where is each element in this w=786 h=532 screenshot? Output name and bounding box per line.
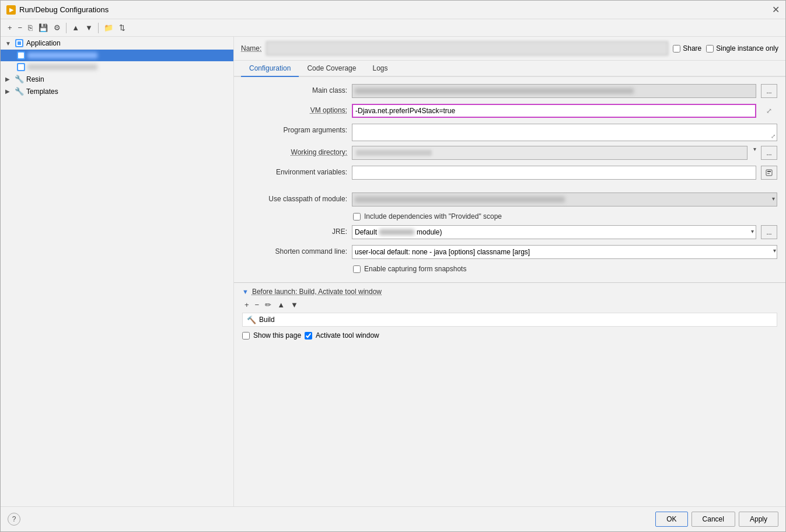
config-panel: Main class: ... VM options: ⤢ Program ar…	[234, 77, 785, 280]
jre-default-text: Default	[355, 228, 377, 236]
shorten-cmd-label: Shorten command line:	[242, 245, 347, 256]
help-button[interactable]: ?	[8, 513, 20, 526]
enable-snapshots-checkbox[interactable]	[353, 265, 361, 273]
classpath-select-wrapper: ▾	[352, 192, 777, 206]
tree-item-application[interactable]: ▼ Application	[1, 37, 233, 50]
program-args-row: Program arguments: ⤢	[242, 124, 777, 141]
share-option[interactable]: Share	[673, 44, 701, 52]
close-button[interactable]: ✕	[772, 5, 780, 15]
move-up-button[interactable]: ▲	[69, 22, 82, 33]
env-vars-row: Environment variables:	[242, 166, 777, 181]
working-dir-label: Working directory:	[242, 146, 347, 156]
run-debug-dialog: ▶ Run/Debug Configurations ✕ + − ⎘ 💾 ⚙ ▲…	[0, 0, 786, 532]
copy-config-button[interactable]: ⎘	[26, 22, 35, 33]
save-config-button[interactable]: 💾	[36, 22, 50, 33]
application-arrow: ▼	[5, 40, 12, 47]
tab-logs[interactable]: Logs	[364, 61, 396, 77]
single-instance-checkbox[interactable]	[706, 45, 714, 52]
working-dir-browse-button[interactable]: ...	[761, 146, 777, 160]
app-child-1[interactable]	[1, 50, 233, 61]
resin-icon: 🔧	[15, 75, 24, 83]
classpath-blurred	[355, 197, 565, 202]
snapshots-row: Enable capturing form snapshots	[242, 265, 777, 273]
share-label: Share	[683, 44, 701, 52]
header-options: Share Single instance only	[673, 44, 778, 52]
include-deps-checkbox[interactable]	[353, 213, 361, 220]
svg-rect-6	[18, 64, 24, 70]
sort-button[interactable]: ⇅	[117, 22, 128, 33]
app-child-2[interactable]	[1, 61, 233, 73]
tree-item-resin[interactable]: ▶ 🔧 Resin	[1, 73, 233, 85]
jre-module-text: module)	[417, 228, 442, 236]
app-child-1-text	[27, 52, 97, 58]
launch-remove-button[interactable]: −	[253, 299, 262, 310]
launch-up-button[interactable]: ▲	[275, 299, 287, 310]
remove-config-button[interactable]: −	[16, 22, 25, 33]
jre-value: Default module)	[352, 225, 756, 239]
templates-icon: 🔧	[15, 87, 24, 96]
name-label: Name:	[241, 44, 261, 52]
launch-add-button[interactable]: +	[242, 299, 251, 310]
vm-options-input[interactable]	[352, 104, 756, 118]
ok-button[interactable]: OK	[655, 512, 687, 527]
program-args-expand-icon[interactable]: ⤢	[771, 133, 775, 139]
before-launch-section: ▼ Before launch: Build, Activate tool wi…	[234, 282, 785, 343]
main-class-blurred	[355, 88, 634, 94]
tree-item-templates[interactable]: ▶ 🔧 Templates	[1, 85, 233, 97]
show-page-checkbox[interactable]	[242, 332, 250, 340]
right-panel: Name: Share Single instance only Configu…	[234, 37, 785, 506]
working-dir-dropdown-icon: ▾	[753, 146, 756, 152]
apply-button[interactable]: Apply	[739, 512, 778, 527]
app-child-2-text	[27, 64, 97, 70]
single-instance-label: Single instance only	[716, 44, 778, 52]
jre-browse-button[interactable]: ...	[761, 225, 777, 239]
move-to-button[interactable]: 📁	[102, 22, 116, 33]
vm-options-expand-button[interactable]: ⤢	[761, 104, 777, 118]
vm-options-label: VM options:	[242, 104, 347, 114]
add-config-button[interactable]: +	[5, 22, 15, 33]
bottom-left: ?	[8, 513, 20, 526]
launch-down-button[interactable]: ▼	[288, 299, 301, 310]
launch-edit-button[interactable]: ✏	[263, 299, 274, 310]
include-deps-row: Include dependencies with "Provided" sco…	[242, 212, 777, 220]
program-args-label: Program arguments:	[242, 124, 347, 134]
build-item-label: Build	[259, 316, 275, 324]
before-launch-arrow[interactable]: ▼	[242, 288, 249, 295]
jre-label: JRE:	[242, 225, 347, 236]
bottom-bar: ? OK Cancel Apply	[1, 506, 785, 531]
single-instance-option[interactable]: Single instance only	[706, 44, 778, 52]
include-deps-label: Include dependencies with "Provided" sco…	[364, 212, 502, 220]
env-vars-browse-button[interactable]	[761, 166, 777, 180]
shorten-cmd-select[interactable]: user-local default: none - java [options…	[352, 245, 777, 259]
build-list-item[interactable]: 🔨 Build	[243, 313, 777, 326]
share-checkbox[interactable]	[673, 45, 680, 52]
shorten-cmd-row: Shorten command line: user-local default…	[242, 245, 777, 260]
svg-rect-8	[767, 171, 771, 172]
title-bar: ▶ Run/Debug Configurations ✕	[1, 1, 785, 19]
classpath-label: Use classpath of module:	[242, 192, 347, 203]
cancel-button[interactable]: Cancel	[691, 512, 735, 527]
launch-toolbar: + − ✏ ▲ ▼	[234, 298, 785, 312]
templates-arrow: ▶	[5, 88, 12, 94]
name-input[interactable]	[266, 41, 668, 55]
classpath-value	[352, 192, 777, 206]
svg-rect-9	[767, 173, 770, 174]
activate-window-checkbox[interactable]	[305, 332, 312, 340]
tab-configuration[interactable]: Configuration	[241, 61, 299, 77]
spacer	[242, 186, 777, 188]
bottom-right: OK Cancel Apply	[655, 512, 778, 527]
env-vars-label: Environment variables:	[242, 166, 347, 176]
toolbar-separator-2	[98, 23, 99, 33]
env-vars-value	[352, 166, 756, 180]
working-dir-blurred	[356, 150, 432, 156]
main-class-browse-button[interactable]: ...	[761, 84, 777, 98]
show-page-label: Show this page	[253, 331, 301, 340]
move-down-button[interactable]: ▼	[83, 22, 95, 33]
program-args-input[interactable]	[352, 124, 777, 141]
tab-code-coverage[interactable]: Code Coverage	[299, 61, 364, 77]
show-page-row: Show this page Activate tool window	[234, 328, 785, 343]
classpath-row: Use classpath of module: ▾	[242, 192, 777, 208]
settings-button[interactable]: ⚙	[51, 22, 63, 33]
shorten-cmd-select-wrapper: user-local default: none - java [options…	[352, 245, 777, 259]
main-class-value	[352, 84, 756, 98]
